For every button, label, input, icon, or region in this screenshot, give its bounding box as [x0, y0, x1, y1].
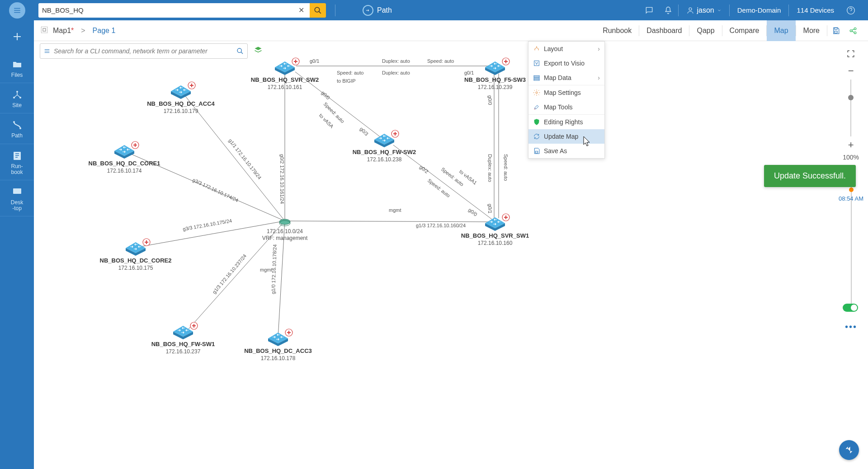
map-toolbar: Map1* > Page 1 Runbook Dashboard Qapp Co… — [34, 20, 868, 41]
path-rail-icon — [11, 120, 23, 131]
svg-point-14 — [850, 29, 852, 32]
data-icon — [533, 74, 540, 81]
menu-export-visio[interactable]: Export to Visio — [528, 56, 604, 70]
svg-rect-13 — [835, 31, 837, 33]
map-canvas[interactable]: g0/1 Duplex: auto Speed: auto Speed: aut… — [34, 41, 868, 469]
cli-search-box[interactable] — [40, 43, 248, 59]
breadcrumb-page[interactable]: Page 1 — [93, 27, 116, 35]
svg-rect-9 — [13, 188, 21, 194]
visio-icon — [533, 60, 540, 67]
rail-new[interactable] — [0, 20, 34, 53]
node-dc-acc3[interactable] — [268, 329, 292, 346]
filter-icon[interactable] — [44, 48, 50, 54]
menu-layout[interactable]: Layout› — [528, 42, 604, 56]
node-fw-sw2[interactable] — [374, 130, 399, 147]
global-search-box[interactable]: ✕ — [38, 3, 310, 18]
global-search-input[interactable] — [42, 6, 297, 14]
svg-rect-23 — [535, 151, 538, 153]
menu-map-settings[interactable]: Map Settings — [528, 85, 604, 100]
save-icon — [832, 27, 840, 35]
share-button[interactable] — [844, 20, 862, 41]
rail-site[interactable]: Site — [0, 83, 34, 113]
toolbar-dashboard[interactable]: Dashboard — [639, 20, 689, 41]
global-search-button[interactable] — [310, 3, 326, 18]
svg-rect-20 — [534, 77, 539, 79]
svg-text:g0/0: g0/0 — [321, 90, 331, 101]
node-dc-acc4-name: NB_BOS_HQ_DC_ACC4 — [147, 100, 215, 107]
rail-files[interactable]: Files — [0, 53, 34, 83]
map-tab-name[interactable]: Map1* — [53, 27, 74, 35]
bell-icon — [664, 6, 673, 15]
node-f5-sw3[interactable] — [485, 58, 509, 75]
zoom-controls: − + 100% — [843, 50, 859, 161]
svg-rect-10 — [41, 27, 47, 33]
toolbar-runbook[interactable]: Runbook — [595, 20, 639, 41]
zoom-knob[interactable] — [848, 95, 854, 100]
user-menu[interactable]: jason — [679, 6, 728, 14]
toolbar-map[interactable]: Map — [767, 20, 795, 41]
zoom-out-button[interactable]: − — [848, 65, 854, 77]
node-fw-sw1[interactable] — [173, 322, 198, 339]
domain-label[interactable]: Demo-Domain — [731, 6, 788, 14]
clear-search-icon[interactable]: ✕ — [297, 6, 306, 14]
svg-line-36 — [393, 145, 494, 221]
menu-editing-rights[interactable]: Editing Rights — [528, 115, 604, 129]
menu-update-map[interactable]: Update Map — [528, 129, 604, 144]
layers-button[interactable] — [253, 46, 263, 56]
node-dc-acc3-ip: 172.16.10.178 — [261, 355, 296, 361]
node-svr-sw2-name: NB_BOS_HQ_SVR_SW2 — [251, 76, 319, 83]
svg-point-16 — [854, 32, 856, 34]
menu-save-as[interactable]: Save As — [528, 144, 604, 158]
node-svr-sw1[interactable] — [485, 214, 509, 231]
help-button[interactable] — [842, 6, 860, 15]
svg-text:Speed: auto: Speed: auto — [427, 178, 451, 198]
toolbar-compare[interactable]: Compare — [722, 20, 767, 41]
timeline-more-button[interactable]: ••• — [845, 322, 857, 332]
menu-map-tools[interactable]: Map Tools — [528, 100, 604, 114]
chat-button[interactable] — [640, 6, 658, 15]
zoom-slider[interactable] — [850, 80, 851, 136]
collapse-fab[interactable] — [839, 440, 859, 460]
cli-search-row — [40, 43, 263, 59]
path-mode-button[interactable]: Path — [363, 5, 392, 16]
node-fw-sw1-name: NB_BOS_HQ_FW-SW1 — [151, 341, 215, 347]
search-icon — [314, 6, 322, 14]
hamburger-button[interactable] — [9, 2, 25, 19]
node-hub-sub: VRF: management — [262, 235, 308, 241]
svg-text:Duplex: auto: Duplex: auto — [382, 58, 410, 64]
node-fw-sw2-name: NB_BOS_HQ_FW-SW2 — [353, 149, 416, 155]
search-icon[interactable] — [236, 47, 244, 55]
hamburger-icon — [13, 6, 21, 14]
node-f5-sw3-name: NB_BOS_HQ_F5-SW3 — [464, 76, 526, 83]
device-count-label[interactable]: 114 Devices — [790, 6, 841, 14]
save-button[interactable] — [827, 20, 844, 41]
svg-rect-8 — [14, 152, 21, 160]
menu-map-data[interactable]: Map Data› — [528, 70, 604, 85]
plus-icon — [11, 31, 23, 42]
node-dc-core2[interactable] — [126, 239, 150, 256]
timeline-marker[interactable] — [849, 188, 854, 192]
svg-text:g0/1: g0/1 — [487, 204, 493, 213]
node-fw-sw2-ip: 172.16.10.238 — [367, 156, 402, 163]
toolbar-more[interactable]: More — [796, 20, 827, 41]
node-dc-acc4[interactable] — [171, 82, 195, 99]
share-icon — [849, 27, 857, 35]
node-hub[interactable] — [279, 219, 290, 226]
svg-rect-12 — [835, 28, 837, 29]
svg-rect-21 — [534, 79, 539, 80]
cli-search-input[interactable] — [54, 47, 233, 55]
fit-screen-button[interactable] — [847, 50, 855, 60]
toolbar-qapp[interactable]: Qapp — [689, 20, 722, 41]
rail-path[interactable]: Path — [0, 113, 34, 144]
timeline-toggle[interactable] — [843, 304, 858, 312]
help-icon — [846, 6, 855, 15]
svg-text:g0/0: g0/0 — [467, 207, 478, 217]
topbar-right: jason Demo-Domain 114 Devices — [640, 5, 868, 16]
zoom-in-button[interactable]: + — [848, 139, 854, 151]
separator — [335, 5, 335, 16]
bell-button[interactable] — [659, 6, 677, 15]
rail-desktop[interactable]: Desk -top — [0, 180, 34, 216]
svg-text:Duplex: auto: Duplex: auto — [487, 154, 493, 182]
timeline-time: 08:54 AM — [839, 195, 863, 202]
rail-runbook[interactable]: Run- book — [0, 144, 34, 180]
